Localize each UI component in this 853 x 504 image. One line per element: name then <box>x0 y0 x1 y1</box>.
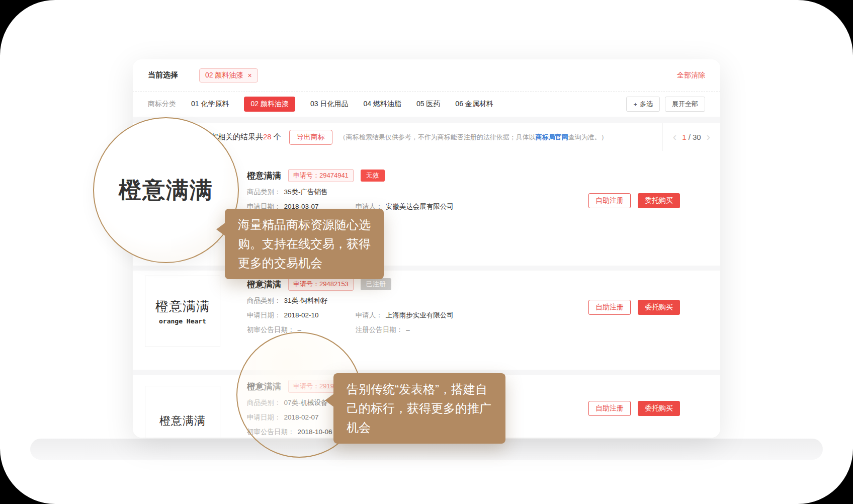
category-item-02-active[interactable]: 02 颜料油漆 <box>244 97 295 112</box>
category-item-05[interactable]: 05 医药 <box>416 100 440 109</box>
callout-tooltip-2: 告别传统“发表格”，搭建自己的标行，获得更多的推广机会 <box>333 373 505 444</box>
field-value: 安徽美达会展有限公司 <box>386 203 454 210</box>
field-value: 31类-饲料种籽 <box>284 297 328 304</box>
pagination: ‹ 1 / 30 › <box>663 132 720 143</box>
field-value: 35类-广告销售 <box>284 188 328 196</box>
results-count-number: 28 <box>263 132 272 141</box>
current-selection-label: 当前选择 <box>148 70 178 80</box>
chevron-left-icon[interactable]: ‹ <box>673 132 676 143</box>
trademark-logo-text: 橙意满满 <box>159 413 206 429</box>
tooltip-text: 告别传统“发表格”，搭建自己的标行，获得更多的推广机会 <box>347 382 491 434</box>
field-label: 注册公告日期： <box>356 326 403 333</box>
self-register-button[interactable]: 自助注册 <box>588 193 631 208</box>
entrust-purchase-button[interactable]: 委托购买 <box>638 193 680 208</box>
export-trademark-button[interactable]: 导出商标 <box>289 130 332 145</box>
category-item-03[interactable]: 03 日化用品 <box>310 100 348 109</box>
disclaimer-suffix: 查询为准。） <box>568 133 608 141</box>
field-label: 初审公告日期： <box>247 326 295 333</box>
close-icon[interactable]: × <box>247 72 251 79</box>
application-number-label: 申请号： <box>293 172 319 179</box>
trademark-logo-text: 橙意满满 <box>155 298 210 315</box>
magnified-trademark-text: 橙意满满 <box>119 175 213 205</box>
page-indicator: 1 / 30 <box>682 133 701 141</box>
row-actions: 自助注册 委托购买 <box>588 193 680 208</box>
entrust-purchase-button[interactable]: 委托购买 <box>638 300 680 315</box>
application-number-value: 29482153 <box>319 280 349 288</box>
selected-filter-tag-label: 02 颜料油漆 <box>205 71 243 80</box>
field-value: – <box>406 326 410 333</box>
callout-tooltip-1: 海量精品商标资源随心选购。支持在线交易，获得更多的交易机会 <box>225 209 384 279</box>
status-badge: 无效 <box>361 170 385 182</box>
category-item-04[interactable]: 04 燃料油脂 <box>363 100 401 109</box>
field-label: 申请日期： <box>247 311 281 319</box>
trademark-image-2: 橙意满满 orange Heart <box>145 276 220 347</box>
field-label: 商品类别： <box>247 188 281 196</box>
tooltip-arrow-icon <box>325 393 334 407</box>
status-badge: 已注册 <box>361 278 391 290</box>
clear-all-button[interactable]: 全部清除 <box>677 71 705 80</box>
category-bar: 商标分类 01 化学原料 02 颜料油漆 03 日化用品 04 燃料油脂 05 … <box>133 92 720 117</box>
self-register-button[interactable]: 自助注册 <box>588 300 631 315</box>
category-item-01[interactable]: 01 化学原料 <box>191 100 229 109</box>
field-value: 上海雨步实业有限公司 <box>386 311 454 319</box>
multi-select-button[interactable]: + 多选 <box>626 97 660 112</box>
tooltip-text: 海量精品商标资源随心选购。支持在线交易，获得更多的交易机会 <box>238 218 371 270</box>
current-page: 1 <box>682 133 686 141</box>
application-number-value: 29474941 <box>319 172 349 179</box>
entrust-purchase-button[interactable]: 委托购买 <box>638 401 680 416</box>
disclaimer-pre: （商标检索结果仅供参考，不作为商标能否注册的法律依据；具体以 <box>339 133 536 141</box>
section-divider <box>133 117 720 123</box>
row-actions: 自助注册 委托购买 <box>588 300 680 315</box>
expand-all-button[interactable]: 展开全部 <box>665 97 705 112</box>
field-label: 申请人： <box>356 311 383 319</box>
trademark-office-link[interactable]: 商标局官网 <box>536 133 568 141</box>
trademark-logo-subtext: orange Heart <box>159 317 206 325</box>
total-pages: 30 <box>693 133 701 141</box>
current-selection-bar: 当前选择 02 颜料油漆 × 全部清除 <box>133 59 720 92</box>
category-item-06[interactable]: 06 金属材料 <box>455 100 493 109</box>
category-bar-label: 商标分类 <box>148 100 176 109</box>
application-number-tag: 申请号：29474941 <box>288 169 354 182</box>
trademark-image-3: 橙意满满 <box>145 386 220 438</box>
chevron-right-icon[interactable]: › <box>707 132 710 143</box>
magnifier-circle-1: 橙意满满 <box>93 117 239 263</box>
trademark-name: 橙意满满 <box>247 279 281 290</box>
disclaimer-text: （商标检索结果仅供参考，不作为商标能否注册的法律依据；具体以商标局官网查询为准。… <box>339 133 608 142</box>
field-label: 商品类别： <box>247 297 281 304</box>
plus-icon: + <box>633 101 637 108</box>
self-register-button[interactable]: 自助注册 <box>588 401 631 416</box>
application-number-label: 申请号： <box>293 280 319 288</box>
field-value: 2018-02-10 <box>284 311 319 319</box>
trademark-result-row-2: 橙意满满 orange Heart 橙意满满 申请号：29482153 已注册 … <box>133 271 720 370</box>
trademark-name: 橙意满满 <box>247 170 281 182</box>
row-divider <box>133 266 720 271</box>
application-number-tag: 申请号：29482153 <box>288 278 354 291</box>
row-actions: 自助注册 委托购买 <box>588 401 680 416</box>
tooltip-arrow-icon <box>216 222 226 236</box>
selected-filter-tag[interactable]: 02 颜料油漆 × <box>199 68 258 82</box>
page-divider: / <box>689 133 691 141</box>
multi-select-label: 多选 <box>640 100 653 109</box>
results-count-suffix: 个 <box>272 132 281 141</box>
category-actions: + 多选 展开全部 <box>626 97 705 112</box>
